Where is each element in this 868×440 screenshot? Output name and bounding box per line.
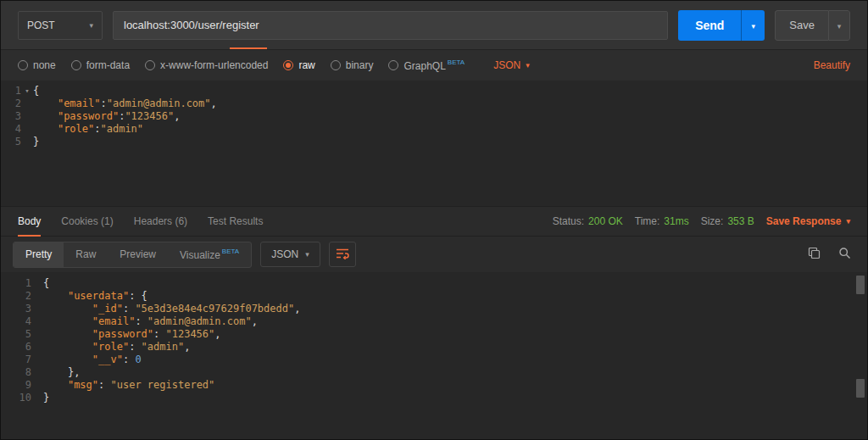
fold-caret-icon[interactable]: ▾ — [21, 85, 33, 97]
line-number: 8 — [1, 366, 31, 379]
scrollbar-thumb[interactable] — [856, 379, 865, 398]
wrap-lines-icon — [336, 248, 349, 262]
save-response-button[interactable]: Save Response ▾ — [766, 215, 850, 227]
response-body-viewer[interactable]: 1{2 "userdata": {3 "_id": "5e3d3e84e4c97… — [1, 272, 867, 439]
raw-language-dropdown[interactable]: JSON ▾ — [493, 59, 530, 71]
code-line: 5 "password": "123456", — [1, 328, 867, 341]
send-button-group: Send ▾ — [678, 10, 765, 41]
code-text: { — [33, 85, 39, 97]
response-language-dropdown[interactable]: JSON ▾ — [260, 242, 320, 267]
response-meta: Status: 200 OK Time: 31ms Size: 353 B Sa… — [553, 215, 850, 227]
send-button[interactable]: Send — [678, 10, 741, 41]
code-text: } — [43, 392, 49, 404]
view-tab-raw[interactable]: Raw — [64, 242, 108, 267]
method-dropdown[interactable]: POST ▾ — [18, 11, 103, 40]
code-line: 1▾{ — [1, 85, 867, 97]
line-number: 6 — [1, 341, 31, 354]
scrollbar-thumb[interactable] — [856, 276, 865, 294]
body-type-none[interactable]: none — [18, 59, 56, 71]
request-code-lines: 1▾{2 "email":"admin@admin.com",3 "passwo… — [1, 85, 867, 148]
fold-gutter — [31, 366, 43, 379]
radio-icon — [331, 60, 341, 70]
view-tab-preview[interactable]: Preview — [108, 242, 168, 267]
tab-cookies[interactable]: Cookies (1) — [61, 206, 113, 237]
tab-test-results[interactable]: Test Results — [208, 206, 263, 237]
save-options-button[interactable]: ▾ — [828, 10, 850, 41]
code-line: 8 }, — [1, 366, 867, 379]
body-type-form-data[interactable]: form-data — [71, 59, 130, 71]
response-code-lines: 1{2 "userdata": {3 "_id": "5e3d3e84e4c97… — [1, 277, 867, 404]
radio-icon — [145, 60, 155, 70]
url-input[interactable] — [113, 11, 668, 40]
code-text: }, — [43, 366, 80, 379]
code-line: 10} — [1, 392, 867, 404]
line-number: 9 — [1, 379, 31, 392]
line-number: 2 — [1, 97, 21, 110]
send-options-button[interactable]: ▾ — [741, 10, 765, 41]
line-number: 1 — [1, 277, 31, 290]
save-button-group: Save ▾ — [775, 10, 850, 41]
radio-label: GraphQLBETA — [403, 59, 465, 72]
tab-headers[interactable]: Headers (6) — [134, 206, 187, 237]
language-label: JSON — [271, 248, 298, 260]
body-type-urlencoded[interactable]: x-www-form-urlencoded — [145, 59, 268, 71]
code-line: 4 "role":"admin" — [1, 123, 867, 136]
line-number: 10 — [1, 392, 31, 404]
tab-body[interactable]: Body — [18, 206, 41, 237]
body-type-binary[interactable]: binary — [331, 59, 374, 71]
view-tab-visualize[interactable]: VisualizeBETA — [168, 242, 251, 267]
beta-badge: BETA — [448, 58, 465, 66]
code-text: "__v": 0 — [43, 354, 142, 366]
status-label: Status: — [553, 215, 584, 227]
code-line: 5} — [1, 136, 867, 148]
body-type-raw[interactable]: raw — [283, 59, 314, 71]
time-value: 31ms — [664, 215, 688, 227]
fold-gutter — [31, 328, 43, 341]
line-number: 5 — [1, 136, 21, 148]
code-line: 1{ — [1, 277, 867, 290]
size-label: Size: — [701, 215, 724, 227]
code-text: "_id": "5e3d3e84e4c97629f07bdedd", — [43, 303, 300, 315]
code-line: 4 "email": "admin@admin.com", — [1, 315, 867, 328]
code-line: 6 "role": "admin", — [1, 341, 867, 354]
code-text: "userdata": { — [43, 290, 147, 303]
response-view-tabs: Pretty Raw Preview VisualizeBETA — [13, 242, 252, 268]
view-tab-pretty[interactable]: Pretty — [14, 242, 64, 267]
fold-gutter — [31, 392, 43, 404]
code-text: "email":"admin@admin.com", — [33, 97, 217, 110]
radio-icon — [18, 60, 28, 70]
chevron-down-icon: ▾ — [305, 250, 309, 259]
wrap-lines-button[interactable] — [329, 242, 356, 267]
postman-window: POST ▾ Send ▾ Save ▾ none form-data x-ww… — [0, 0, 868, 440]
radio-icon — [388, 60, 398, 70]
radio-label: none — [33, 59, 56, 71]
chevron-down-icon: ▾ — [526, 61, 530, 70]
method-label: POST — [27, 19, 55, 31]
line-number: 4 — [1, 123, 21, 136]
request-body-editor[interactable]: 1▾{2 "email":"admin@admin.com",3 "passwo… — [1, 81, 867, 206]
code-text: } — [33, 136, 39, 148]
radio-selected-icon — [283, 60, 293, 70]
radio-label: binary — [346, 59, 374, 71]
radio-icon — [71, 60, 81, 70]
code-line: 2 "email":"admin@admin.com", — [1, 97, 867, 110]
fold-gutter — [31, 290, 43, 303]
copy-response-button[interactable] — [803, 243, 825, 265]
fold-gutter — [31, 379, 43, 392]
body-type-graphql[interactable]: GraphQLBETA — [388, 59, 465, 72]
fold-gutter — [21, 97, 33, 110]
search-response-button[interactable] — [833, 243, 855, 265]
fold-gutter — [31, 315, 43, 328]
chevron-down-icon: ▾ — [752, 22, 756, 31]
code-text: "role": "admin", — [43, 341, 190, 354]
save-button[interactable]: Save — [775, 10, 828, 41]
copy-icon — [808, 247, 821, 262]
search-icon — [838, 247, 851, 262]
response-header: Body Cookies (1) Headers (6) Test Result… — [1, 206, 867, 237]
fold-gutter — [21, 110, 33, 123]
beautify-link[interactable]: Beautify — [814, 59, 850, 71]
request-url-bar: POST ▾ Send ▾ Save ▾ — [1, 1, 867, 50]
code-text: "password":"123456", — [33, 110, 180, 123]
line-number: 5 — [1, 328, 31, 341]
fold-gutter — [31, 277, 43, 290]
